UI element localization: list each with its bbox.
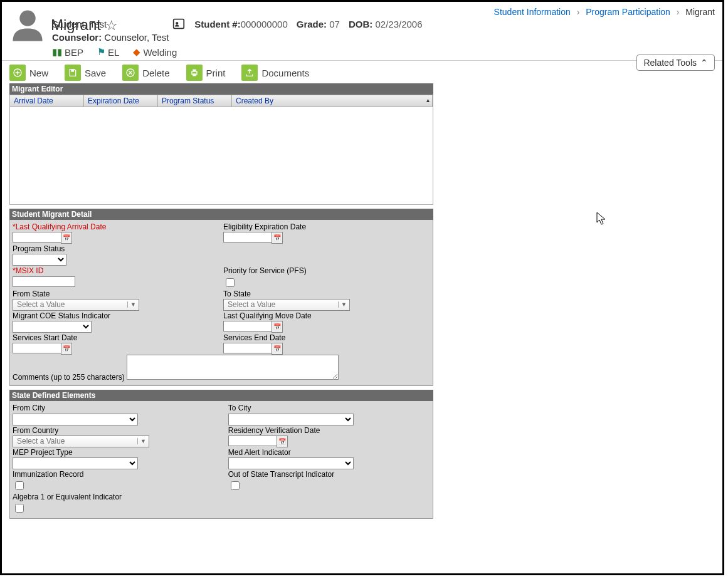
chevron-up-icon: ⌃ — [700, 58, 708, 68]
breadcrumb: Student Information › Program Participat… — [494, 7, 715, 17]
label-services-end: Services End Date — [223, 334, 430, 342]
related-tools-button[interactable]: Related Tools ⌃ — [636, 55, 715, 71]
chevron-down-icon: ▼ — [137, 438, 149, 444]
label-last-qualifying-move: Last Qualifying Move Date — [223, 312, 430, 320]
checkbox-immunization[interactable] — [15, 481, 24, 490]
combo-from-state[interactable]: Select a Value▼ — [13, 299, 139, 311]
label-med-alert: Med Alert Indicator — [228, 449, 430, 457]
input-last-qualifying-arrival[interactable] — [13, 232, 61, 243]
chevron-right-icon: › — [577, 7, 580, 17]
dob-value: 02/23/2006 — [375, 19, 422, 29]
tag-bep[interactable]: ▮▮BEP — [52, 46, 83, 58]
tag-welding[interactable]: ◆Welding — [133, 46, 177, 58]
textarea-comments[interactable] — [127, 355, 339, 380]
label-from-country: From Country — [13, 427, 224, 435]
student-number-value: 000000000 — [241, 19, 288, 29]
input-last-qualifying-move[interactable] — [223, 321, 272, 331]
label-from-city: From City — [13, 404, 224, 412]
breadcrumb-student-information[interactable]: Student Information — [494, 7, 571, 17]
label-to-city: To City — [228, 404, 430, 412]
book-icon: ▮▮ — [52, 46, 62, 58]
label-out-of-state-transcript: Out of State Transcript Indicator — [228, 471, 430, 479]
breadcrumb-program-participation[interactable]: Program Participation — [586, 7, 670, 17]
calendar-icon[interactable]: 📅 — [277, 436, 288, 447]
label-comments: Comments (up to 255 characters) — [13, 373, 125, 382]
plus-icon — [9, 65, 26, 81]
breadcrumb-current: Migrant — [685, 7, 715, 17]
tag-el[interactable]: ⚑EL — [97, 46, 119, 58]
save-icon — [65, 65, 81, 81]
svg-rect-4 — [71, 70, 74, 71]
col-created-by[interactable]: Created By — [232, 95, 433, 107]
documents-button[interactable]: Documents — [241, 62, 309, 83]
label-pfs: Priority for Service (PFS) — [223, 267, 430, 275]
student-migrant-detail-panel: Student Migrant Detail Last Qualifying A… — [9, 209, 433, 386]
calendar-icon[interactable]: 📅 — [272, 343, 283, 355]
counselor-label: Counselor: — [52, 32, 102, 43]
chevron-down-icon: ▼ — [127, 301, 139, 308]
select-med-alert[interactable] — [228, 457, 354, 469]
combo-from-country[interactable]: Select a Value▼ — [13, 436, 149, 447]
migrant-editor-table-header: Arrival Date Expiration Date Program Sta… — [9, 95, 433, 107]
chevron-down-icon: ▼ — [338, 301, 349, 308]
label-eligibility-expiration: Eligibility Expiration Date — [223, 223, 430, 231]
contact-card-icon[interactable] — [172, 17, 186, 31]
select-from-city[interactable] — [13, 414, 138, 425]
col-expiration-date[interactable]: Expiration Date — [84, 95, 158, 107]
input-services-end[interactable] — [223, 343, 272, 353]
label-residency-verification: Residency Verification Date — [228, 427, 430, 435]
label-services-start: Services Start Date — [13, 334, 219, 342]
label-mep-project: MEP Project Type — [13, 449, 224, 457]
calendar-icon[interactable]: 📅 — [272, 232, 283, 244]
calendar-icon[interactable]: 📅 — [61, 343, 72, 355]
svg-rect-8 — [193, 73, 196, 76]
label-algebra1: Algebra 1 or Equivalent Indicator — [13, 493, 222, 501]
calendar-icon[interactable]: 📅 — [61, 232, 72, 244]
checkbox-algebra1[interactable] — [15, 504, 24, 513]
col-arrival-date[interactable]: Arrival Date — [10, 95, 84, 107]
input-residency-verification[interactable] — [228, 436, 277, 446]
select-mep-project[interactable] — [13, 457, 138, 469]
cursor-icon — [596, 212, 608, 229]
select-coe-status[interactable] — [13, 321, 92, 333]
svg-point-2 — [176, 22, 178, 24]
print-icon — [186, 65, 203, 81]
migrant-editor-table-body[interactable] — [9, 107, 433, 205]
label-msix-id: MSIX ID — [13, 267, 219, 275]
select-program-status[interactable] — [13, 254, 66, 266]
student-name: Student, Test — [52, 19, 107, 29]
col-program-status[interactable]: Program Status — [158, 95, 232, 107]
svg-point-0 — [19, 10, 35, 26]
calendar-icon[interactable]: 📅 — [272, 321, 283, 333]
panel-header-state-defined: State Defined Elements — [9, 390, 433, 401]
upload-icon — [241, 65, 258, 81]
print-button[interactable]: Print — [186, 62, 226, 83]
new-button[interactable]: New — [9, 62, 48, 83]
input-eligibility-expiration[interactable] — [223, 232, 272, 243]
student-number-label: Student #: — [194, 19, 240, 29]
input-msix-id[interactable] — [13, 276, 75, 287]
chevron-right-icon: › — [677, 7, 680, 17]
avatar — [9, 7, 46, 43]
flag-icon: ⚑ — [97, 46, 105, 58]
select-to-city[interactable] — [228, 414, 354, 425]
combo-to-state[interactable]: Select a Value▼ — [223, 299, 350, 311]
dob-label: DOB: — [349, 19, 372, 29]
delete-button[interactable]: Delete — [122, 62, 169, 83]
panel-header-student-migrant-detail: Student Migrant Detail — [9, 209, 433, 220]
save-button[interactable]: Save — [65, 62, 106, 83]
state-defined-elements-panel: State Defined Elements From City To City… — [9, 390, 433, 519]
label-coe-status: Migrant COE Status Indicator — [13, 312, 219, 320]
toolbar: New Save Delete Print Documents — [2, 60, 722, 83]
svg-rect-7 — [193, 70, 196, 71]
label-to-state: To State — [223, 290, 430, 298]
panel-header-migrant-editor: Migrant Editor — [9, 83, 433, 95]
counselor-value: Counselor, Test — [104, 32, 169, 43]
checkbox-out-of-state-transcript[interactable] — [231, 481, 240, 490]
delete-icon — [122, 65, 139, 81]
grade-label: Grade: — [297, 19, 327, 29]
person-icon: ◆ — [133, 46, 140, 58]
checkbox-pfs[interactable] — [226, 278, 235, 287]
input-services-start[interactable] — [13, 343, 61, 353]
svg-rect-1 — [174, 19, 184, 29]
